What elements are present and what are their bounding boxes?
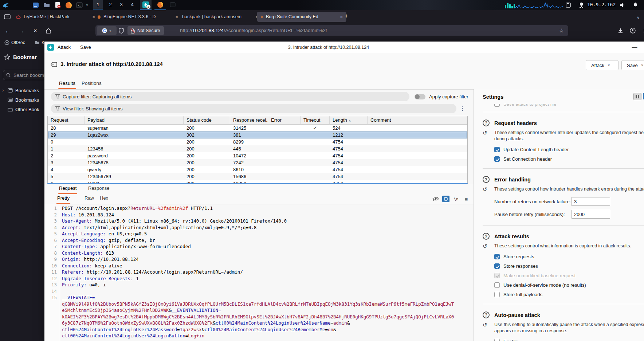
downloads-icon[interactable] (616, 26, 625, 35)
result-row[interactable]: 5123456789200156864754 (48, 173, 467, 180)
stop-button[interactable]: ✕ (31, 26, 40, 35)
request-editor[interactable]: 1POST /Account/login.aspx?ReturnURL=%2fa… (44, 204, 474, 341)
checkbox-row[interactable]: Enable (494, 339, 644, 341)
apply-capture-filter-toggle[interactable] (415, 94, 425, 99)
result-row[interactable]: 4qwerty20086104754 (48, 166, 467, 173)
layout-columns-icon[interactable] (633, 93, 641, 100)
tab-hex[interactable]: Hex (99, 195, 109, 204)
back-button[interactable]: ← (3, 26, 12, 35)
cpu-usage-graph[interactable] (505, 3, 515, 8)
field-input[interactable] (572, 210, 610, 219)
field-input[interactable] (572, 197, 610, 206)
reset-section-icon[interactable]: ↺ (483, 243, 490, 249)
column-header[interactable]: Comment (368, 116, 467, 124)
home-button[interactable] (44, 26, 53, 35)
attack-button[interactable]: Attack∨ (586, 60, 619, 70)
network-connection-icon[interactable] (577, 1, 586, 9)
workspace-2[interactable]: 2 (106, 0, 115, 9)
workspace-1[interactable]: 1 (93, 0, 103, 9)
checkbox-row[interactable]: Store full payloads (494, 292, 644, 297)
view-filter-bar[interactable]: View filter: Showing all items (51, 104, 456, 113)
network-traffic-graph[interactable] (515, 1, 563, 9)
tab-response[interactable]: Response (87, 185, 110, 194)
sidebar-item-other-bookmarks[interactable]: Other Book (2, 105, 39, 114)
tracking-shield-icon[interactable] (119, 28, 124, 34)
workspace-3[interactable]: 3 (117, 0, 126, 9)
tab-positions[interactable]: Positions (81, 81, 102, 89)
workspace-4[interactable]: 4 (127, 0, 137, 9)
launcher-dropdown-icon[interactable]: ∨ (85, 1, 90, 9)
syntax-highlight-icon[interactable] (442, 196, 449, 202)
tab-results[interactable]: Results (58, 81, 76, 89)
tab-close-icon[interactable]: × (339, 14, 343, 20)
result-row[interactable]: 291qaz2wsx3023811212 (48, 132, 467, 138)
checkbox-row[interactable]: Set Connection header (494, 156, 644, 162)
firefox-view-icon[interactable] (3, 13, 12, 21)
new-tab-button[interactable]: + (345, 12, 348, 20)
text-editor-icon[interactable] (53, 1, 62, 9)
not-secure-chip[interactable]: Not Secure (127, 26, 164, 35)
help-icon[interactable]: ? (483, 311, 490, 318)
notifications-bell-icon[interactable] (631, 1, 640, 9)
sidebar-item-bookmarks-toolbar[interactable]: › Bookmarks (2, 86, 39, 95)
reset-section-icon[interactable]: ↺ (483, 186, 490, 192)
expand-chevron-icon[interactable]: › (2, 88, 5, 93)
help-icon[interactable]: ? (483, 176, 490, 183)
firefox-launcher-icon[interactable] (64, 1, 73, 9)
menu-hamburger-icon[interactable]: ≡ (640, 26, 644, 35)
clipped-setting-row[interactable]: Save attack to project file (494, 104, 644, 110)
menu-attack[interactable]: Attack (55, 42, 73, 53)
reset-section-icon[interactable]: ↺ (483, 322, 490, 334)
help-icon[interactable]: ? (483, 233, 490, 240)
checkbox[interactable] (494, 263, 500, 269)
column-header[interactable]: Error (268, 116, 301, 124)
checkbox-row[interactable]: Use denial-of-service mode (no results) (494, 282, 644, 288)
result-row[interactable]: 612345200102594754 (48, 180, 467, 184)
checkbox-row[interactable]: Store responses (494, 263, 644, 269)
result-row[interactable]: 2password200104724754 (48, 152, 467, 159)
reset-section-icon[interactable]: ↺ (483, 130, 490, 142)
kali-menu-icon[interactable] (1, 1, 10, 9)
checkbox[interactable] (494, 254, 500, 259)
checkbox-row[interactable]: Store requests (494, 254, 644, 259)
column-header[interactable]: Response recei... (230, 116, 268, 124)
result-row[interactable]: 11234562004454754 (48, 145, 467, 152)
forward-button[interactable]: → (17, 26, 26, 35)
list-all-tabs-icon[interactable]: ∨ (637, 14, 640, 20)
checkbox-row[interactable]: Make unmodified baseline request (494, 273, 644, 278)
bookmark-offsec[interactable]: OffSec (11, 38, 25, 47)
files-app-icon[interactable] (31, 1, 40, 9)
column-header[interactable]: Length∧ (330, 116, 368, 124)
terminal-launcher-icon[interactable]: ›_ (75, 1, 84, 9)
tab-tryhackme[interactable]: TryHackMe | HackPark × (13, 12, 99, 22)
checkbox[interactable] (494, 156, 500, 162)
tab-burp-suite[interactable]: Burp Suite Community Ed × (257, 12, 346, 22)
hide-nonprintable-icon[interactable] (432, 196, 439, 202)
view-filter-options-icon[interactable]: ⋮ (460, 105, 465, 112)
volume-icon[interactable] (618, 1, 627, 9)
sidebar-item-bookmarks-menu[interactable]: Bookmarks (2, 95, 39, 104)
column-header[interactable]: Payload (85, 116, 184, 124)
url-bar[interactable]: G ∨ Not Secure http://10.201.88.124/Acco… (95, 25, 568, 36)
taskbar-firefox-window-button[interactable] (154, 0, 166, 10)
bookmark-star-icon[interactable]: ☆ (559, 25, 564, 36)
account-icon[interactable] (628, 26, 637, 35)
result-row[interactable]: 020082994754 (48, 138, 467, 145)
result-row[interactable]: 28superman20031425✓524 (48, 125, 467, 132)
checkbox[interactable] (494, 339, 500, 341)
checkbox-row[interactable]: Update Content-Length header (494, 147, 644, 152)
result-row[interactable]: 31234567820072424754 (48, 159, 467, 166)
folder-app-icon[interactable] (42, 1, 51, 9)
save-button[interactable]: Save∨ (621, 60, 644, 70)
save-attack-checkbox[interactable] (494, 104, 500, 107)
clipboard-tray-icon[interactable] (564, 1, 573, 9)
tab-raw[interactable]: Raw (84, 195, 95, 204)
tab-blogengine[interactable]: BlogEngine.NET 3.3.6 - D × (94, 12, 182, 22)
column-header[interactable]: Status code (184, 116, 230, 124)
show-newlines-icon[interactable]: \n (452, 196, 460, 202)
menu-save[interactable]: Save (78, 42, 93, 53)
tab-request[interactable]: Request (58, 185, 77, 194)
editor-menu-icon[interactable]: ≡ (463, 196, 470, 202)
checkbox[interactable] (494, 282, 500, 288)
checkbox[interactable] (494, 292, 500, 297)
